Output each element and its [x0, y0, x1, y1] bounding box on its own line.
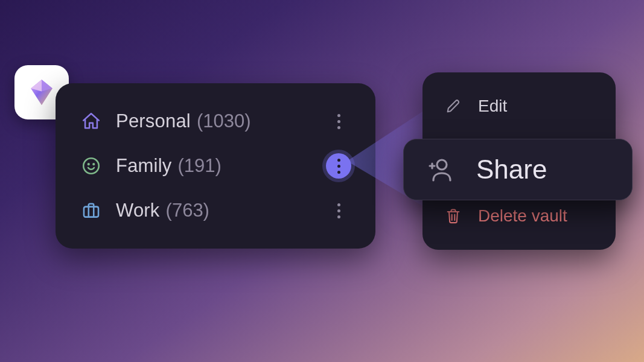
menu-label: Edit — [478, 97, 507, 116]
vault-label: Personal — [116, 110, 191, 132]
pencil-icon — [444, 97, 462, 115]
diamond-app-icon — [26, 77, 57, 108]
more-vertical-icon — [337, 203, 340, 218]
menu-item-delete-vault[interactable]: Delete vault — [422, 194, 616, 238]
svg-point-1 — [88, 164, 89, 165]
svg-rect-3 — [84, 207, 98, 217]
vault-label: Work — [116, 200, 160, 221]
svg-point-0 — [83, 158, 99, 174]
share-label: Share — [476, 154, 547, 185]
vault-item-personal[interactable]: Personal (1030) — [66, 99, 365, 144]
more-vertical-icon — [337, 114, 340, 129]
vault-count: (1030) — [197, 110, 251, 132]
vault-label: Family — [116, 155, 171, 177]
add-user-icon — [426, 154, 456, 185]
more-button[interactable] — [326, 109, 351, 134]
smile-icon — [80, 154, 103, 177]
menu-label: Delete vault — [478, 206, 567, 226]
svg-point-4 — [437, 160, 447, 170]
more-button[interactable] — [326, 198, 351, 223]
briefcase-icon — [80, 199, 103, 222]
svg-point-2 — [93, 164, 94, 165]
vault-count: (763) — [166, 200, 209, 221]
vault-count: (191) — [177, 155, 221, 177]
more-button-active[interactable] — [326, 153, 351, 179]
trash-icon — [444, 207, 462, 225]
menu-item-share-callout[interactable]: Share — [403, 139, 633, 200]
more-vertical-icon — [337, 159, 340, 174]
vault-list-card: Personal (1030) Family (191) — [56, 83, 375, 249]
menu-item-edit[interactable]: Edit — [422, 84, 616, 128]
vault-item-work[interactable]: Work (763) — [66, 188, 365, 233]
home-icon — [80, 110, 103, 133]
vault-item-family[interactable]: Family (191) — [66, 144, 365, 188]
